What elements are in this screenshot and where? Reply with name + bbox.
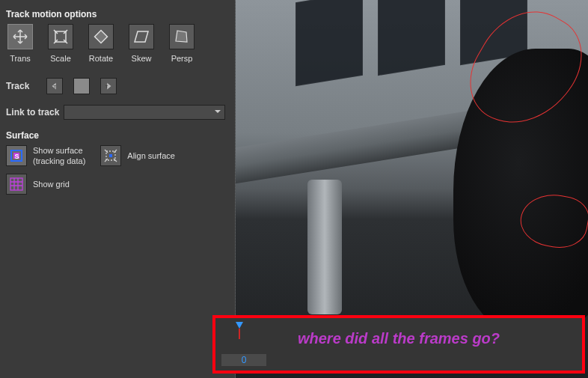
- annotation-text: where did all the frames go?: [215, 330, 582, 347]
- show-surface-icon: S: [6, 145, 27, 166]
- persp-button[interactable]: Persp: [168, 24, 196, 63]
- frame-readout-row: 0: [221, 354, 266, 366]
- track-backward-button[interactable]: T: [46, 78, 63, 94]
- svg-text:S: S: [15, 153, 19, 160]
- timeline-annotation-box: where did all the frames go? 0: [212, 315, 585, 374]
- track-stop-button[interactable]: [73, 78, 90, 94]
- rotate-icon: [88, 24, 114, 49]
- track-label: Track: [6, 81, 36, 91]
- track-forward-button[interactable]: T: [100, 78, 117, 94]
- link-to-track-row: Link to track: [6, 105, 230, 120]
- rotate-button[interactable]: Rotate: [87, 24, 115, 63]
- skew-label: Skew: [132, 54, 152, 63]
- surface-row-2: Show grid: [6, 174, 230, 195]
- show-surface-button[interactable]: S Show surface (tracking data): [6, 145, 85, 166]
- align-surface-icon: [100, 145, 121, 166]
- svg-rect-1: [95, 31, 108, 43]
- show-grid-label: Show grid: [33, 179, 70, 189]
- align-surface-button[interactable]: Align surface: [100, 145, 175, 166]
- grid-icon: [6, 174, 27, 195]
- surface-row-1: S Show surface (tracking data): [6, 145, 230, 166]
- svg-text:T: T: [105, 84, 108, 89]
- link-to-track-dropdown[interactable]: [64, 105, 225, 120]
- track-controls: Track T T: [6, 78, 230, 94]
- persp-label: Persp: [171, 54, 193, 63]
- svg-rect-9: [10, 178, 22, 190]
- trans-label: Trans: [10, 54, 31, 63]
- skew-button[interactable]: Skew: [127, 24, 156, 63]
- show-surface-label-2: (tracking data): [33, 156, 85, 166]
- trans-button[interactable]: Trans: [6, 24, 34, 63]
- svg-rect-8: [109, 154, 112, 157]
- scale-button[interactable]: Scale: [46, 24, 75, 63]
- scale-label: Scale: [50, 54, 71, 63]
- chevron-down-icon: [214, 107, 221, 118]
- translate-icon: [7, 24, 33, 49]
- rotate-label: Rotate: [89, 54, 113, 63]
- frame-number-field[interactable]: 0: [221, 354, 266, 366]
- align-surface-label: Align surface: [127, 150, 175, 161]
- surface-title: Surface: [6, 130, 230, 141]
- scale-icon: [48, 24, 73, 49]
- perspective-icon: [169, 24, 195, 49]
- skew-icon: [129, 24, 154, 49]
- svg-text:T: T: [53, 84, 56, 89]
- show-grid-button[interactable]: Show grid: [6, 174, 70, 195]
- tracking-sidebar: Track motion options Trans: [0, 0, 235, 378]
- motion-options-row: Trans Scale Rotate: [6, 24, 230, 63]
- show-surface-label-1: Show surface: [33, 145, 85, 156]
- motion-options-title: Track motion options: [6, 9, 230, 19]
- link-to-track-label: Link to track: [6, 107, 59, 118]
